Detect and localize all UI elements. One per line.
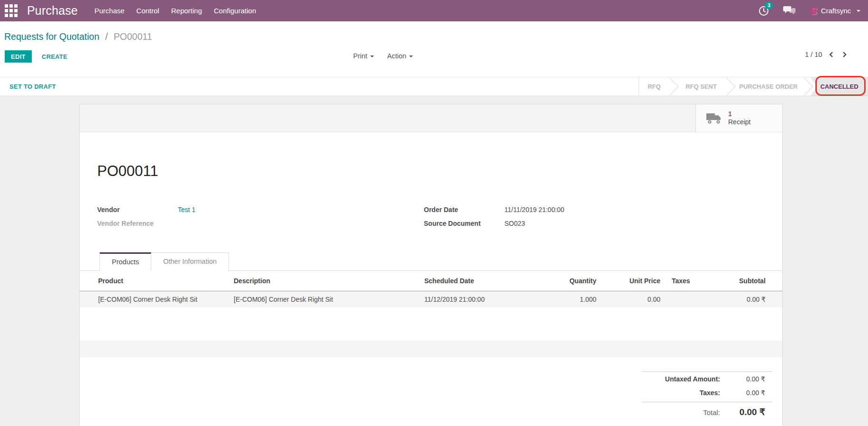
create-button[interactable]: CREATE <box>42 50 67 63</box>
action-dropdown-label: Action <box>387 52 406 60</box>
table-row[interactable]: [E-COM06] Corner Desk Right Sit [E-COM06… <box>80 291 782 307</box>
user-avatar: S <box>810 6 817 16</box>
print-dropdown[interactable]: Print <box>353 52 374 60</box>
pager-next-icon[interactable] <box>841 51 848 58</box>
caret-down-icon <box>409 56 413 57</box>
source-document-value: SO023 <box>504 220 525 227</box>
pager-value: 1 / 10 <box>805 51 822 58</box>
col-product: Product <box>80 271 228 291</box>
status-step-separator <box>669 77 676 96</box>
user-name: Craftsync <box>821 7 851 15</box>
messages-icon[interactable] <box>783 6 796 16</box>
pager: 1 / 10 <box>805 51 848 58</box>
untaxed-amount-value: 0.00 ₹ <box>720 375 772 383</box>
status-step-purchase-order[interactable]: PURCHASE ORDER <box>733 77 804 96</box>
source-document-label: Source Document <box>424 220 504 227</box>
document-title: PO00011 <box>97 163 782 180</box>
table-header-row: Product Description Scheduled Date Quant… <box>80 271 782 291</box>
col-subtotal: Subtotal <box>725 271 782 291</box>
total-value: 0.00 ₹ <box>720 407 772 417</box>
activity-count-badge: 3 <box>765 2 773 9</box>
cell-taxes[interactable] <box>662 291 725 307</box>
print-dropdown-label: Print <box>353 52 367 60</box>
action-dropdown[interactable]: Action <box>387 52 413 60</box>
menu-reporting[interactable]: Reporting <box>170 5 203 17</box>
taxes-total-value: 0.00 ₹ <box>720 389 772 397</box>
tab-products[interactable]: Products <box>100 252 151 271</box>
edit-button[interactable]: EDIT <box>5 50 32 63</box>
col-quantity: Quantity <box>543 271 598 291</box>
breadcrumb-separator: / <box>105 31 108 42</box>
untaxed-amount-label: Untaxed Amount: <box>642 375 720 383</box>
breadcrumb-current: PO00011 <box>114 31 152 42</box>
pager-previous-icon[interactable] <box>828 51 835 58</box>
order-date-label: Order Date <box>424 206 504 213</box>
top-navbar: Purchase Purchase Control Reporting Conf… <box>0 0 868 21</box>
taxes-total-label: Taxes: <box>642 389 720 397</box>
total-label: Total: <box>642 408 720 417</box>
set-to-draft-button[interactable]: SET TO DRAFT <box>9 77 56 96</box>
col-taxes: Taxes <box>662 271 725 291</box>
content-area: 1 Receipt PO00011 Vendor Test 1 Vendor R… <box>0 97 868 426</box>
cell-unit-price[interactable]: 0.00 <box>598 291 662 307</box>
empty-row <box>80 324 782 341</box>
main-menu: Purchase Control Reporting Configuration <box>93 5 257 17</box>
breadcrumb-parent[interactable]: Requests for Quotation <box>4 31 100 42</box>
activity-clock-icon[interactable]: 3 <box>758 6 769 16</box>
order-lines-table: Product Description Scheduled Date Quant… <box>80 271 782 357</box>
vendor-value-link[interactable]: Test 1 <box>178 206 195 213</box>
statusbar: SET TO DRAFT RFQ RFQ SENT PURCHASE ORDER… <box>0 77 868 96</box>
button-box-strip: 1 Receipt <box>80 104 782 132</box>
empty-row <box>80 307 782 324</box>
cell-description[interactable]: [E-COM06] Corner Desk Right Sit <box>228 291 417 307</box>
menu-control[interactable]: Control <box>136 5 160 17</box>
form-sheet: 1 Receipt PO00011 Vendor Test 1 Vendor R… <box>79 104 783 426</box>
totals-panel: Untaxed Amount: 0.00 ₹ Taxes: 0.00 ₹ Tot… <box>642 371 772 420</box>
menu-configuration[interactable]: Configuration <box>213 5 257 17</box>
receipt-count: 1 <box>728 110 750 118</box>
breadcrumb: Requests for Quotation / PO00011 <box>4 31 152 42</box>
empty-row <box>80 341 782 357</box>
caret-down-icon <box>370 56 374 57</box>
status-step-cancelled[interactable]: CANCELLED <box>811 77 868 96</box>
caret-down-icon <box>857 10 860 12</box>
apps-menu-icon[interactable] <box>5 4 18 17</box>
vendor-reference-label: Vendor Reference <box>97 220 178 227</box>
truck-icon <box>706 112 722 124</box>
tab-other-information[interactable]: Other Information <box>151 252 229 271</box>
status-step-separator <box>726 77 733 96</box>
col-description: Description <box>228 271 417 291</box>
cell-subtotal[interactable]: 0.00 ₹ <box>725 291 782 307</box>
vendor-label: Vendor <box>97 206 178 213</box>
cell-product[interactable]: [E-COM06] Corner Desk Right Sit <box>80 291 228 307</box>
user-menu[interactable]: S Craftsync <box>810 6 860 16</box>
status-steps: RFQ RFQ SENT PURCHASE ORDER CANCELLED <box>639 77 868 96</box>
col-scheduled-date: Scheduled Date <box>417 271 543 291</box>
receipt-label: Receipt <box>728 118 750 126</box>
status-step-separator <box>804 77 811 96</box>
app-title: Purchase <box>27 4 78 18</box>
order-date-value: 11/11/2019 21:00:00 <box>504 206 564 213</box>
cell-quantity[interactable]: 1.000 <box>543 291 598 307</box>
notebook-tabs: Products Other Information <box>80 252 782 271</box>
field-group: Vendor Test 1 Vendor Reference Order Dat… <box>97 206 765 233</box>
cell-scheduled-date[interactable]: 11/12/2019 21:00:00 <box>417 291 543 307</box>
col-unit-price: Unit Price <box>598 271 662 291</box>
action-dropdowns: Print Action <box>353 52 413 60</box>
menu-purchase[interactable]: Purchase <box>93 5 125 17</box>
receipt-stat-button[interactable]: 1 Receipt <box>695 104 782 132</box>
